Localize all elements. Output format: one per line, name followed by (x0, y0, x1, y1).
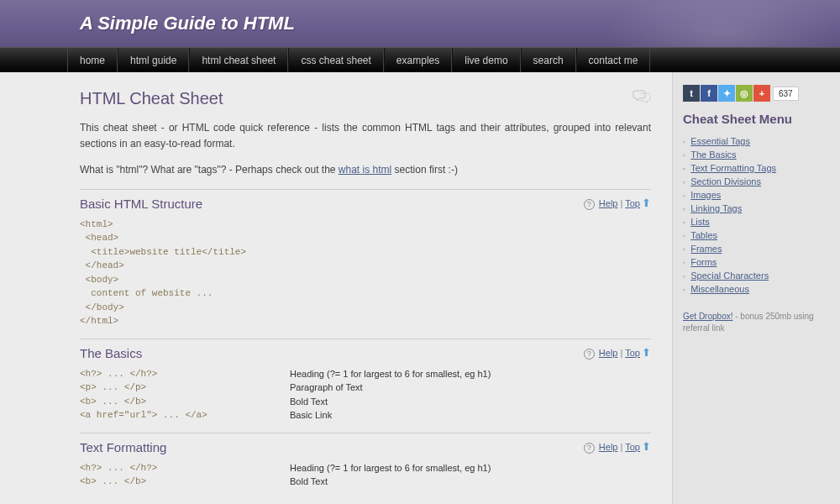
menu-item: Frames (683, 242, 830, 255)
comment-icon[interactable] (633, 89, 651, 108)
menu-link-tables[interactable]: Tables (690, 230, 717, 240)
site-title: A Simple Guide to HTML (80, 13, 295, 34)
code: <p> ... </p> (80, 381, 290, 395)
menu-item: Miscellaneous (683, 282, 830, 296)
dropbox-link[interactable]: Get Dropbox! (683, 312, 732, 321)
menu-item: The Basics (683, 148, 830, 161)
section-links: ? Help | Top⬆ (584, 346, 651, 360)
intro-text-1: This cheat sheet - or HTML code quick re… (80, 120, 651, 152)
nav-contact[interactable]: contact me (576, 48, 651, 72)
share-facebook-icon[interactable]: f (701, 85, 717, 102)
section-text-formatting: Text Formatting ? Help | Top⬆ <h?> ... <… (80, 433, 651, 489)
section-basic-structure: Basic HTML Structure ? Help | Top⬆ <html… (80, 189, 651, 328)
code-row: <b> ... </b>Bold Text (80, 475, 651, 489)
menu-link-misc[interactable]: Miscellaneous (690, 284, 749, 294)
section-title: The Basics (80, 346, 142, 360)
share-tumblr-icon[interactable]: t (683, 85, 700, 102)
menu-link-text-formatting[interactable]: Text Formatting Tags (690, 163, 776, 173)
up-arrow-icon: ⬆ (642, 197, 651, 209)
share-green-icon[interactable]: ◎ (736, 85, 753, 102)
menu-item: Text Formatting Tags (683, 161, 830, 175)
menu-item: Tables (683, 228, 830, 242)
desc: Bold Text (290, 395, 328, 409)
section-links: ? Help | Top⬆ (584, 197, 651, 210)
menu-link-frames[interactable]: Frames (690, 244, 722, 254)
help-icon[interactable]: ? (584, 443, 595, 454)
menu-link-the-basics[interactable]: The Basics (690, 150, 736, 160)
menu-link-forms[interactable]: Forms (690, 257, 717, 267)
code: <b> ... </b> (80, 395, 290, 409)
desc: Basic Link (290, 408, 332, 423)
section-head: The Basics ? Help | Top⬆ (80, 346, 651, 360)
code-row: <h?> ... </h?>Heading (?= 1 for largest … (80, 461, 651, 475)
nav-live-demo[interactable]: live demo (452, 48, 520, 72)
menu-link-lists[interactable]: Lists (690, 217, 710, 227)
sidebar-menu: Essential Tags The Basics Text Formattin… (683, 134, 830, 296)
share-plus-icon[interactable]: + (753, 85, 770, 102)
menu-item: Section Divisions (683, 175, 830, 188)
content-container: HTML Cheat Sheet This cheat sheet - or H… (0, 72, 840, 504)
menu-link-images[interactable]: Images (690, 190, 721, 200)
section-title: Basic HTML Structure (80, 197, 202, 211)
site-header: A Simple Guide to HTML (0, 0, 840, 47)
nav-html-cheat-sheet[interactable]: html cheat sheet (189, 48, 288, 72)
code-row: <h?> ... </h?>Heading (?= 1 for largest … (80, 367, 651, 381)
desc: Heading (?= 1 for largest to 6 for small… (290, 367, 491, 381)
menu-item: Special Characters (683, 269, 830, 282)
intro-2b: section first :-) (391, 164, 458, 176)
nav-search[interactable]: search (521, 48, 576, 72)
section-head: Basic HTML Structure ? Help | Top⬆ (80, 197, 651, 211)
share-count: 637 (773, 87, 799, 101)
menu-link-section-divisions[interactable]: Section Divisions (690, 176, 761, 186)
help-icon[interactable]: ? (584, 199, 595, 210)
menu-item: Lists (683, 215, 830, 228)
top-link[interactable]: Top (625, 198, 640, 208)
menu-item: Forms (683, 255, 830, 269)
share-buttons: t f ✦ ◎ + 637 (683, 85, 830, 102)
desc: Bold Text (290, 475, 328, 489)
help-link[interactable]: Help (599, 348, 618, 358)
page-title-row: HTML Cheat Sheet (80, 89, 651, 108)
help-link[interactable]: Help (599, 198, 618, 208)
main-content: HTML Cheat Sheet This cheat sheet - or H… (0, 72, 672, 504)
nav-css-cheat-sheet[interactable]: css cheat sheet (288, 48, 383, 72)
menu-link-linking-tags[interactable]: Linking Tags (690, 203, 742, 213)
main-nav: home html guide html cheat sheet css che… (0, 47, 840, 72)
code-row: <b> ... </b>Bold Text (80, 395, 651, 409)
code-row: <a href="url"> ... </a>Basic Link (80, 408, 651, 423)
menu-link-essential-tags[interactable]: Essential Tags (690, 136, 750, 146)
page-title: HTML Cheat Sheet (80, 89, 223, 108)
help-link[interactable]: Help (599, 442, 618, 452)
intro-text-2: What is "html"? What are "tags"? - Perha… (80, 162, 651, 178)
section-the-basics: The Basics ? Help | Top⬆ <h?> ... </h?>H… (80, 339, 651, 423)
section-links: ? Help | Top⬆ (584, 440, 651, 454)
help-icon[interactable]: ? (584, 349, 595, 360)
up-arrow-icon: ⬆ (642, 440, 651, 453)
nav-html-guide[interactable]: html guide (118, 48, 189, 72)
code-basic-structure: <html> <head> <title>website title</titl… (80, 218, 651, 328)
menu-item: Images (683, 188, 830, 202)
menu-item: Essential Tags (683, 134, 830, 148)
code: <b> ... </b> (80, 475, 290, 489)
nav-home[interactable]: home (67, 48, 118, 72)
section-title: Text Formatting (80, 440, 166, 454)
desc: Heading (?= 1 for largest to 6 for small… (290, 461, 491, 475)
code: <h?> ... </h?> (80, 461, 290, 475)
intro-2a: What is "html"? What are "tags"? - Perha… (80, 164, 339, 176)
what-is-html-link[interactable]: what is html (339, 164, 391, 176)
menu-item: Linking Tags (683, 202, 830, 215)
menu-link-special-chars[interactable]: Special Characters (690, 270, 769, 281)
top-link[interactable]: Top (625, 348, 640, 358)
sidebar: t f ✦ ◎ + 637 Cheat Sheet Menu Essential… (672, 72, 840, 504)
dropbox-promo: Get Dropbox! - bonus 250mb using referra… (683, 311, 830, 334)
code: <h?> ... </h?> (80, 367, 290, 381)
nav-examples[interactable]: examples (384, 48, 452, 72)
sidebar-menu-title: Cheat Sheet Menu (683, 112, 830, 126)
code: <a href="url"> ... </a> (80, 408, 290, 423)
desc: Paragraph of Text (290, 381, 363, 395)
code-row: <p> ... </p>Paragraph of Text (80, 381, 651, 395)
share-twitter-icon[interactable]: ✦ (718, 85, 735, 102)
top-link[interactable]: Top (625, 442, 640, 452)
section-head: Text Formatting ? Help | Top⬆ (80, 440, 651, 454)
up-arrow-icon: ⬆ (642, 346, 651, 359)
